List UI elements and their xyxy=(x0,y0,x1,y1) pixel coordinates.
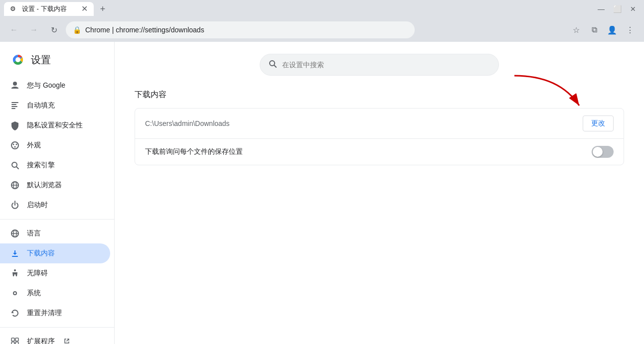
sidebar-item-reset[interactable]: 重置并清理 xyxy=(0,303,110,323)
external-link-icon xyxy=(64,338,70,344)
sidebar-item-label: 重置并清理 xyxy=(27,309,62,318)
refresh-button[interactable]: ↻ xyxy=(46,22,62,38)
lock-icon: 🔒 xyxy=(73,26,81,34)
extensions-icon xyxy=(10,337,20,344)
svg-rect-6 xyxy=(11,108,15,109)
sidebar-item-accessibility[interactable]: 无障碍 xyxy=(0,263,110,283)
svg-point-21 xyxy=(14,269,16,271)
svg-rect-23 xyxy=(11,338,14,341)
svg-line-31 xyxy=(274,65,276,67)
sidebar-item-label: 自动填充 xyxy=(27,101,55,110)
search-bar-wrapper xyxy=(135,54,624,76)
tab-title: 设置 - 下载内容 xyxy=(22,4,77,13)
close-button[interactable]: ✕ xyxy=(626,2,640,16)
palette-icon xyxy=(10,140,20,150)
toggle-knob xyxy=(593,147,603,157)
downloads-settings-card: C:\Users\admin\Downloads 更改 下载前询问每个文件的保存… xyxy=(135,108,624,165)
bookmark-page-button[interactable]: ☆ xyxy=(568,22,584,38)
sidebar-item-label: 语言 xyxy=(27,229,41,238)
shield-icon xyxy=(10,120,20,130)
sidebar-item-label: 外观 xyxy=(27,141,41,150)
tab-favicon: ⚙ xyxy=(10,5,18,13)
change-path-button[interactable]: 更改 xyxy=(583,115,614,131)
autofill-icon xyxy=(10,101,20,111)
svg-point-22 xyxy=(13,292,16,295)
sidebar-item-search[interactable]: 搜索引擎 xyxy=(0,155,110,175)
sidebar-item-label: 启动时 xyxy=(27,201,48,210)
sidebar-item-label: 无障碍 xyxy=(27,269,48,278)
chrome-logo-icon xyxy=(10,52,26,68)
url-bar[interactable]: 🔒 Chrome | chrome://settings/downloads xyxy=(66,21,415,38)
sidebar-item-downloads[interactable]: 下载内容 xyxy=(0,243,110,263)
ask-location-toggle[interactable] xyxy=(592,146,614,158)
search-icon xyxy=(10,160,20,170)
download-icon xyxy=(10,248,20,258)
profile-button[interactable]: 👤 xyxy=(604,22,620,38)
download-path-value: C:\Users\admin\Downloads xyxy=(145,119,583,127)
svg-point-10 xyxy=(14,146,16,148)
search-icon xyxy=(268,59,277,71)
sidebar-divider-2 xyxy=(0,327,114,328)
svg-point-9 xyxy=(16,144,17,145)
sidebar-item-language[interactable]: 语言 xyxy=(0,224,110,243)
search-input[interactable] xyxy=(282,61,490,69)
download-path-row: C:\Users\admin\Downloads 更改 xyxy=(135,109,624,139)
url-text: Chrome | chrome://settings/downloads xyxy=(85,26,204,34)
ask-location-label: 下载前询问每个文件的保存位置 xyxy=(145,147,592,156)
toolbar-right: ☆ ⧉ 👤 ⋮ xyxy=(568,22,638,38)
sidebar-item-system[interactable]: 系统 xyxy=(0,283,110,303)
section-title: 下载内容 xyxy=(135,90,624,100)
sidebar-item-google[interactable]: 您与 Google xyxy=(0,76,110,96)
title-bar: ⚙ 设置 - 下载内容 ✕ + — ⬜ ✕ xyxy=(0,0,644,18)
sidebar-item-extensions[interactable]: 扩展程序 xyxy=(0,332,110,344)
svg-rect-26 xyxy=(15,342,18,344)
sidebar-item-label: 下载内容 xyxy=(27,249,55,258)
search-bar[interactable] xyxy=(260,54,499,76)
svg-rect-3 xyxy=(11,102,18,103)
accessibility-icon xyxy=(10,268,20,278)
minimize-button[interactable]: — xyxy=(594,2,608,16)
annotation-container: C:\Users\admin\Downloads 更改 下载前询问每个文件的保存… xyxy=(135,108,624,165)
svg-point-2 xyxy=(15,57,20,62)
svg-point-7 xyxy=(11,142,18,149)
main-area: 设置 您与 Google 自动填充 隐私设置和安全性 外观 xyxy=(0,42,644,344)
svg-line-12 xyxy=(16,167,18,169)
language-icon xyxy=(10,229,20,238)
sidebar-item-label: 您与 Google xyxy=(27,81,65,90)
sidebar-item-label: 扩展程序 xyxy=(27,337,55,344)
maximize-button[interactable]: ⬜ xyxy=(610,2,624,16)
menu-button[interactable]: ⋮ xyxy=(622,22,638,38)
svg-rect-20 xyxy=(12,256,18,257)
power-icon xyxy=(10,200,20,210)
sidebar-item-label: 搜索引擎 xyxy=(27,161,55,170)
reset-icon xyxy=(10,308,20,318)
sidebar-item-label: 系统 xyxy=(27,289,41,298)
sidebar-item-label: 隐私设置和安全性 xyxy=(27,121,83,130)
sidebar-item-privacy[interactable]: 隐私设置和安全性 xyxy=(0,115,110,135)
svg-rect-24 xyxy=(15,338,18,341)
globe-icon xyxy=(10,180,20,190)
back-button[interactable]: ← xyxy=(6,22,22,38)
settings-content: 下载内容 C:\Users\admin\Downloads 更改 下载前询问每个… xyxy=(115,42,644,344)
svg-rect-4 xyxy=(11,104,16,105)
forward-button[interactable]: → xyxy=(26,22,42,38)
sidebar-item-autofill[interactable]: 自动填充 xyxy=(0,96,110,115)
sidebar-item-startup[interactable]: 启动时 xyxy=(0,195,110,215)
settings-icon xyxy=(10,288,20,298)
sidebar-item-appearance[interactable]: 外观 xyxy=(0,135,110,155)
person-icon xyxy=(10,81,20,91)
svg-rect-25 xyxy=(11,342,14,344)
sidebar-item-default-browser[interactable]: 默认浏览器 xyxy=(0,175,110,195)
split-screen-button[interactable]: ⧉ xyxy=(586,22,602,38)
address-bar: ← → ↻ 🔒 Chrome | chrome://settings/downl… xyxy=(0,18,644,42)
new-tab-button[interactable]: + xyxy=(96,2,110,16)
active-tab[interactable]: ⚙ 设置 - 下载内容 ✕ xyxy=(4,2,94,16)
ask-location-row: 下载前询问每个文件的保存位置 xyxy=(135,139,624,165)
settings-title: 设置 xyxy=(31,53,51,67)
sidebar-header: 设置 xyxy=(0,46,114,76)
tab-strip: ⚙ 设置 - 下载内容 ✕ + xyxy=(4,2,110,16)
sidebar-item-label: 默认浏览器 xyxy=(27,181,62,190)
sidebar-divider-1 xyxy=(0,219,114,220)
tab-close-button[interactable]: ✕ xyxy=(81,5,88,13)
svg-rect-5 xyxy=(11,106,17,107)
